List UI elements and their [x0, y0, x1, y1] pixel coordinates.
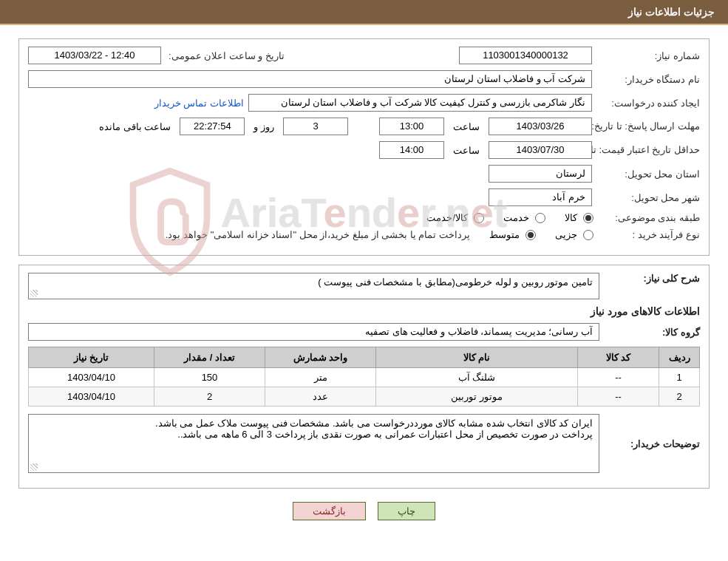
radio-goods-label: کالا — [548, 212, 580, 223]
group-label: گروه کالا: — [604, 327, 700, 338]
cell-idx: 2 — [659, 387, 700, 407]
validity-time-field: 14:00 — [379, 141, 444, 159]
deadline-date-field: 1403/03/26 — [489, 118, 592, 135]
radio-goods[interactable] — [583, 213, 593, 223]
radio-medium[interactable] — [525, 230, 536, 240]
city-label: شهر محل تحویل: — [596, 192, 700, 203]
province-label: استان محل تحویل: — [596, 169, 700, 180]
table-row: 2--موتور توربینعدد21403/04/10 — [29, 387, 700, 407]
button-row: چاپ بازگشت — [18, 497, 710, 523]
need-no-field: 1103001340000132 — [459, 47, 592, 64]
th-date: تاریخ نیاز — [29, 347, 154, 368]
deadline-time-field: 13:00 — [379, 118, 444, 135]
buyer-notes-label: توضیحات خریدار: — [604, 438, 700, 449]
buyer-org-label: نام دستگاه خریدار: — [596, 74, 700, 85]
group-field: آب رسانی؛ مدیریت پسماند، فاضلاب و فعالیت… — [28, 323, 599, 341]
time-label-1: ساعت — [449, 121, 484, 132]
desc-label: شرح کلی نیاز: — [604, 273, 700, 284]
time-label-2: ساعت — [449, 145, 484, 156]
deadline-label: مهلت ارسال پاسخ: تا تاریخ: — [596, 121, 700, 132]
desc-text: تامین موتور روبین و لوله خرطومی(مطابق با… — [318, 276, 593, 288]
cell-date: 1403/04/10 — [29, 368, 154, 387]
cell-qty: 150 — [154, 368, 265, 387]
category-label: طبقه بندی موضوعی: — [596, 212, 700, 223]
province-field: لرستان — [489, 165, 592, 183]
buyer-notes-text: ایران کد کالای انتخاب شده مشابه کالای مو… — [35, 418, 593, 440]
items-section-title: اطلاعات کالاهای مورد نیاز — [28, 305, 700, 317]
resize-grip-icon[interactable] — [30, 290, 38, 297]
radio-medium-label: متوسط — [473, 229, 523, 240]
need-no-label: شماره نیاز: — [596, 50, 700, 61]
cell-unit: متر — [265, 368, 376, 387]
page-title: جزئیات اطلاعات نیاز — [628, 6, 715, 18]
requester-field: نگار شاکرمی بازرسی و کنترل کیفیت کالا شر… — [248, 94, 592, 112]
need-items-panel: شرح کلی نیاز: تامین موتور روبین و لوله خ… — [18, 265, 710, 489]
days-remaining-field: 3 — [283, 118, 348, 135]
cell-qty: 2 — [154, 387, 265, 407]
process-label: نوع فرآیند خرید : — [596, 229, 700, 240]
validity-label: حداقل تاریخ اعتبار قیمت: تا تاریخ: — [596, 145, 700, 155]
buyer-org-field: شرکت آب و فاضلاب استان لرستان — [28, 70, 592, 88]
need-info-panel: شماره نیاز: 1103001340000132 تاریخ و ساع… — [18, 38, 710, 256]
cell-code: -- — [578, 387, 659, 407]
cell-date: 1403/04/10 — [29, 387, 154, 407]
resize-grip-icon[interactable] — [30, 463, 38, 471]
cell-idx: 1 — [659, 368, 700, 387]
back-button[interactable]: بازگشت — [293, 502, 366, 520]
countdown-field: 22:27:54 — [180, 118, 245, 135]
desc-textarea[interactable]: تامین موتور روبین و لوله خرطومی(مطابق با… — [28, 273, 599, 299]
cell-code: -- — [578, 368, 659, 387]
th-idx: ردیف — [659, 347, 700, 368]
items-table: ردیف کد کالا نام کالا واحد شمارش تعداد /… — [28, 347, 700, 407]
table-row: 1--شلنگ آبمتر1501403/04/10 — [29, 368, 700, 387]
days-and-label: روز و — [249, 121, 279, 132]
announce-field: 1403/03/22 - 12:40 — [28, 47, 161, 64]
radio-goods-service[interactable] — [474, 213, 484, 223]
page-title-bar: جزئیات اطلاعات نیاز — [0, 0, 728, 24]
requester-label: ایجاد کننده درخواست: — [596, 98, 700, 109]
city-field: خرم آباد — [489, 188, 592, 206]
print-button[interactable]: چاپ — [378, 502, 435, 520]
validity-date-field: 1403/07/30 — [489, 141, 592, 159]
buyer-notes-textarea[interactable]: ایران کد کالای انتخاب شده مشابه کالای مو… — [28, 414, 599, 473]
th-unit: واحد شمارش — [265, 347, 376, 368]
cell-name: موتور توربین — [376, 387, 578, 407]
radio-service-label: خدمت — [487, 212, 532, 223]
radio-service[interactable] — [535, 213, 545, 223]
radio-goods-service-label: کالا/خدمت — [410, 212, 471, 223]
remaining-label: ساعت باقی مانده — [95, 121, 175, 132]
radio-partial[interactable] — [583, 230, 593, 240]
buyer-contact-link[interactable]: اطلاعات تماس خریدار — [154, 98, 244, 109]
cell-unit: عدد — [265, 387, 376, 407]
radio-partial-label: جزیی — [539, 229, 580, 240]
cell-name: شلنگ آب — [376, 368, 578, 387]
th-code: کد کالا — [578, 347, 659, 368]
th-qty: تعداد / مقدار — [154, 347, 265, 368]
th-name: نام کالا — [376, 347, 578, 368]
process-note: پرداخت تمام یا بخشی از مبلغ خرید،از محل … — [166, 229, 470, 240]
announce-label: تاریخ و ساعت اعلان عمومی: — [166, 50, 285, 61]
